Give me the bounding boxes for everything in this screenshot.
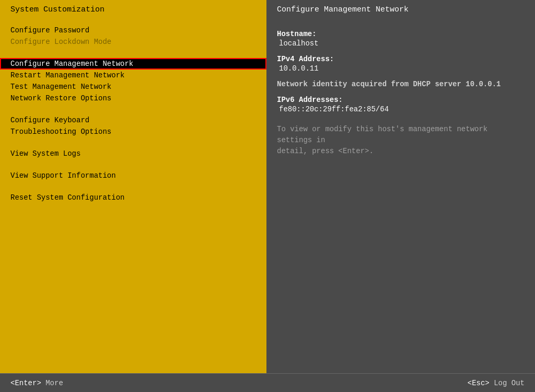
menu-item-configure-keyboard[interactable]: Configure Keyboard [0,114,266,126]
left-panel: System Customization Configure Password … [0,0,266,373]
menu-item-restart-management-network[interactable]: Restart Management Network [0,70,266,81]
right-panel-content: Hostname: localhost IPv4 Address: 10.0.0… [266,19,535,373]
ipv4-label: IPv4 Address: [277,55,525,63]
menu-group-4: View System Logs [0,148,266,159]
menu-item-view-support-information[interactable]: View Support Information [0,170,266,181]
menu-item-configure-lockdown[interactable]: Configure Lockdown Mode [0,36,266,48]
network-description: To view or modify this host's management… [277,124,525,157]
right-panel: Configure Management Network Hostname: l… [266,0,535,373]
menu-item-view-system-logs[interactable]: View System Logs [0,148,266,159]
left-menu: Configure Password Configure Lockdown Mo… [0,19,266,373]
menu-group-3: Configure Keyboard Troubleshooting Optio… [0,114,266,137]
menu-item-configure-management-network[interactable]: Configure Management Network [0,58,266,70]
esc-key-label: <Esc> [468,379,490,387]
menu-group-5: View Support Information [0,170,266,181]
ipv6-label: IPv6 Addresses: [277,96,525,104]
menu-group-2: Configure Management Network Restart Man… [0,58,266,104]
ipv6-value: fe80::20c:29ff:fea2:85/64 [277,105,525,113]
main-content: System Customization Configure Password … [0,0,535,373]
menu-group-6: Reset System Configuration [0,192,266,203]
menu-item-test-management-network[interactable]: Test Management Network [0,81,266,93]
bottom-esc-action[interactable]: <Esc> Log Out [468,379,525,387]
bottom-bar: <Enter> More <Esc> Log Out [0,373,535,392]
menu-item-troubleshooting-options[interactable]: Troubleshooting Options [0,126,266,137]
esc-action-label: Log Out [494,379,525,387]
bottom-enter-action[interactable]: <Enter> More [10,379,63,387]
enter-action-label: More [45,379,63,387]
menu-item-reset-system-configuration[interactable]: Reset System Configuration [0,192,266,203]
hostname-label: Hostname: [277,30,525,38]
menu-item-network-restore-options[interactable]: Network Restore Options [0,93,266,104]
left-panel-title: System Customization [0,0,266,19]
dhcp-note: Network identity acquired from DHCP serv… [277,80,525,88]
menu-item-configure-password[interactable]: Configure Password [0,25,266,36]
right-panel-title: Configure Management Network [266,0,535,19]
hostname-value: localhost [277,39,525,48]
menu-group-1: Configure Password Configure Lockdown Mo… [0,25,266,48]
screen: System Customization Configure Password … [0,0,535,392]
ipv4-value: 10.0.0.11 [277,64,525,73]
enter-key-label: <Enter> [10,379,41,387]
